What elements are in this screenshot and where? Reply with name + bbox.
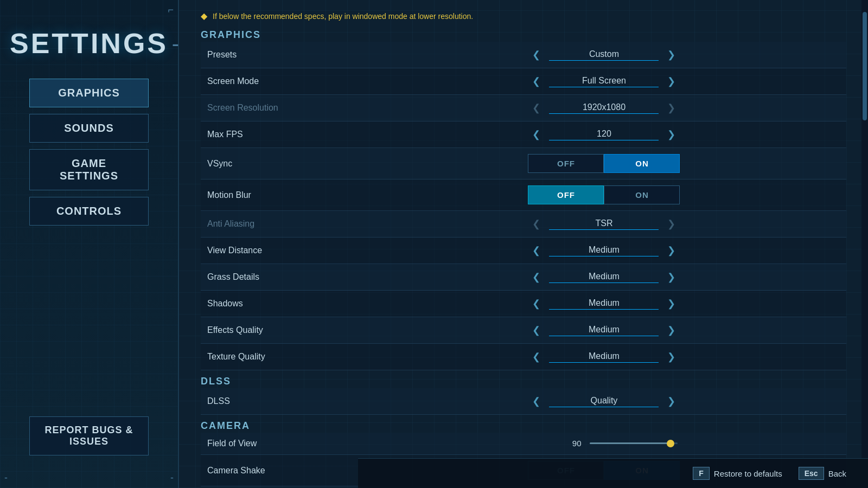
selector-shadows: ❮ Medium ❯ bbox=[528, 297, 680, 311]
screen-resolution-next-btn: ❯ bbox=[663, 101, 680, 115]
grass-details-next-btn[interactable]: ❯ bbox=[663, 270, 680, 284]
screen-resolution-value: 1920x1080 bbox=[549, 102, 659, 114]
settings-page: SETTINGS - Graphics Sounds Game Settings… bbox=[0, 0, 868, 488]
view-distance-value: Medium bbox=[549, 245, 659, 256]
section-header-camera: Camera bbox=[201, 420, 846, 432]
anti-aliasing-prev-btn: ❮ bbox=[528, 217, 545, 231]
label-presets: Presets bbox=[207, 50, 237, 59]
label-effects-quality: Effects Quality bbox=[207, 325, 263, 335]
view-distance-next-btn[interactable]: ❯ bbox=[663, 243, 680, 258]
bracket-top-right-icon: ⌐ bbox=[168, 4, 174, 16]
fov-track[interactable] bbox=[590, 442, 678, 444]
dlss-next-btn[interactable]: ❯ bbox=[663, 394, 680, 408]
selector-effects-quality: ❮ Medium ❯ bbox=[528, 323, 680, 337]
sidebar-item-graphics[interactable]: Graphics bbox=[29, 79, 149, 107]
label-screen-mode: Screen Mode bbox=[207, 76, 259, 86]
texture-quality-value: Medium bbox=[549, 351, 659, 363]
report-bugs-button[interactable]: Report Bugs & Issues bbox=[29, 416, 149, 455]
grass-details-value: Medium bbox=[549, 272, 659, 283]
row-max-fps: Max FPS ❮ 120 ❯ bbox=[201, 121, 846, 148]
bottom-bar: F Restore to defaults Esc Back bbox=[358, 458, 868, 488]
toggle-motion-blur: OFF ON bbox=[528, 185, 680, 204]
motion-blur-on-btn[interactable]: ON bbox=[604, 185, 680, 204]
back-action: Esc Back bbox=[799, 467, 846, 480]
label-view-distance: View Distance bbox=[207, 246, 262, 255]
row-shadows: Shadows ❮ Medium ❯ bbox=[201, 291, 846, 317]
section-header-graphics: Graphics bbox=[201, 29, 846, 41]
effects-quality-prev-btn[interactable]: ❮ bbox=[528, 323, 545, 337]
restore-key-badge: F bbox=[693, 467, 710, 480]
row-effects-quality: Effects Quality ❮ Medium ❯ bbox=[201, 317, 846, 344]
shadows-prev-btn[interactable]: ❮ bbox=[528, 297, 545, 311]
shadows-value: Medium bbox=[549, 298, 659, 310]
bracket-bottom-right-icon: - bbox=[170, 472, 174, 484]
vsync-on-btn[interactable]: ON bbox=[604, 154, 680, 173]
fov-value: 90 bbox=[563, 439, 582, 448]
max-fps-prev-btn[interactable]: ❮ bbox=[528, 127, 545, 142]
bracket-bottom-left-icon: - bbox=[4, 472, 8, 484]
screen-mode-prev-btn[interactable]: ❮ bbox=[528, 74, 545, 88]
title-dash: - bbox=[172, 31, 179, 56]
label-texture-quality: Texture Quality bbox=[207, 352, 265, 361]
effects-quality-next-btn[interactable]: ❯ bbox=[663, 323, 680, 337]
screen-mode-next-btn[interactable]: ❯ bbox=[663, 74, 680, 88]
max-fps-value: 120 bbox=[549, 129, 659, 140]
selector-grass-details: ❮ Medium ❯ bbox=[528, 270, 680, 284]
scrollbar[interactable] bbox=[861, 0, 868, 458]
selector-dlss: ❮ Quality ❯ bbox=[528, 394, 680, 408]
selector-presets: ❮ Custom ❯ bbox=[528, 48, 680, 62]
fov-thumb[interactable] bbox=[667, 440, 674, 447]
section-header-dlss: DLSS bbox=[201, 376, 846, 387]
row-vsync: VSync OFF ON bbox=[201, 148, 846, 179]
row-anti-aliasing: Anti Aliasing ❮ TSR ❯ bbox=[201, 211, 846, 237]
row-motion-blur: Motion Blur OFF ON bbox=[201, 179, 846, 211]
presets-prev-btn[interactable]: ❮ bbox=[528, 48, 545, 62]
scrollbar-thumb[interactable] bbox=[863, 12, 867, 120]
label-screen-resolution: Screen Resolution bbox=[207, 103, 278, 112]
restore-label: Restore to defaults bbox=[714, 469, 782, 478]
max-fps-next-btn[interactable]: ❯ bbox=[663, 127, 680, 142]
row-dlss: DLSS ❮ Quality ❯ bbox=[201, 388, 846, 415]
dlss-prev-btn[interactable]: ❮ bbox=[528, 394, 545, 408]
title-area: SETTINGS - bbox=[10, 11, 168, 65]
label-max-fps: Max FPS bbox=[207, 130, 243, 139]
effects-quality-value: Medium bbox=[549, 325, 659, 336]
nav-buttons: Graphics Sounds Game Settings Controls bbox=[29, 79, 149, 226]
texture-quality-prev-btn[interactable]: ❮ bbox=[528, 350, 545, 364]
view-distance-prev-btn[interactable]: ❮ bbox=[528, 243, 545, 258]
texture-quality-next-btn[interactable]: ❯ bbox=[663, 350, 680, 364]
vsync-off-btn[interactable]: OFF bbox=[528, 154, 604, 173]
main-content: ◆ If below the recommended specs, play i… bbox=[179, 0, 868, 488]
row-screen-resolution: Screen Resolution ❮ 1920x1080 ❯ bbox=[201, 95, 846, 121]
row-screen-mode: Screen Mode ❮ Full Screen ❯ bbox=[201, 68, 846, 95]
restore-defaults-action: F Restore to defaults bbox=[693, 467, 782, 480]
row-field-of-view: Field of View 90 bbox=[201, 433, 846, 455]
warning-bar: ◆ If below the recommended specs, play i… bbox=[201, 11, 846, 21]
sidebar-item-sounds[interactable]: Sounds bbox=[29, 114, 149, 143]
slider-field-of-view: 90 bbox=[563, 439, 678, 448]
row-grass-details: Grass Details ❮ Medium ❯ bbox=[201, 264, 846, 291]
fov-fill bbox=[590, 442, 671, 444]
label-motion-blur: Motion Blur bbox=[207, 190, 251, 200]
screen-resolution-prev-btn: ❮ bbox=[528, 101, 545, 115]
presets-next-btn[interactable]: ❯ bbox=[663, 48, 680, 62]
sidebar-item-game-settings[interactable]: Game Settings bbox=[29, 149, 149, 190]
selector-texture-quality: ❮ Medium ❯ bbox=[528, 350, 680, 364]
warning-text: If below the recommended specs, play in … bbox=[213, 12, 473, 21]
content-area: ◆ If below the recommended specs, play i… bbox=[179, 0, 868, 488]
sidebar-item-controls[interactable]: Controls bbox=[29, 197, 149, 226]
label-dlss: DLSS bbox=[207, 396, 230, 406]
selector-anti-aliasing: ❮ TSR ❯ bbox=[528, 217, 680, 231]
selector-screen-resolution: ❮ 1920x1080 ❯ bbox=[528, 101, 680, 115]
selector-max-fps: ❮ 120 ❯ bbox=[528, 127, 680, 142]
warning-icon: ◆ bbox=[201, 11, 207, 21]
dlss-settings-table: DLSS ❮ Quality ❯ bbox=[201, 388, 846, 415]
shadows-next-btn[interactable]: ❯ bbox=[663, 297, 680, 311]
motion-blur-off-btn[interactable]: OFF bbox=[528, 185, 604, 204]
grass-details-prev-btn[interactable]: ❮ bbox=[528, 270, 545, 284]
row-texture-quality: Texture Quality ❮ Medium ❯ bbox=[201, 344, 846, 370]
label-camera-shake: Camera Shake bbox=[207, 466, 265, 475]
label-anti-aliasing: Anti Aliasing bbox=[207, 219, 254, 228]
back-label: Back bbox=[828, 469, 846, 478]
screen-mode-value: Full Screen bbox=[549, 76, 659, 87]
